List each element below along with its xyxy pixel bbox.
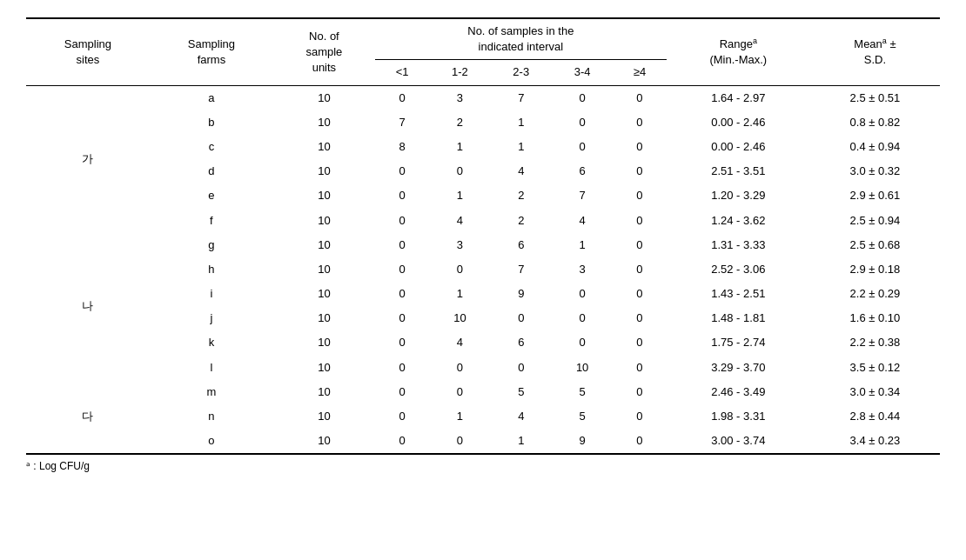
- farm-cell: b: [150, 110, 273, 135]
- farm-cell: o: [150, 429, 273, 454]
- ge4-cell: 0: [613, 282, 666, 306]
- lt1-cell: 7: [375, 110, 429, 135]
- r23-cell: 6: [491, 330, 552, 355]
- mean-cell: 0.4 ± 0.94: [810, 135, 940, 159]
- table-row: f10042401.24 - 3.622.5 ± 0.94: [26, 209, 940, 233]
- mean-cell: 1.6 ± 0.10: [810, 306, 940, 330]
- col-sampling-sites: Samplingsites: [26, 18, 150, 85]
- mean-cell: 2.5 ± 0.94: [810, 209, 940, 233]
- r34-cell: 0: [552, 330, 613, 355]
- farm-cell: i: [150, 282, 273, 306]
- units-cell: 10: [273, 110, 375, 135]
- ge4-cell: 0: [613, 429, 666, 454]
- mean-cell: 2.8 ± 0.44: [810, 404, 940, 429]
- r34-cell: 1: [552, 233, 613, 257]
- units-cell: 10: [273, 159, 375, 183]
- lt1-cell: 0: [375, 380, 429, 404]
- farm-cell: j: [150, 306, 273, 330]
- table-row: i10019001.43 - 2.512.2 ± 0.29: [26, 282, 940, 306]
- r12-cell: 1: [429, 282, 490, 306]
- units-cell: 10: [273, 135, 375, 159]
- ge4-cell: 0: [613, 183, 666, 208]
- table-row: l100001003.29 - 3.703.5 ± 0.12: [26, 356, 940, 380]
- r12-cell: 3: [429, 233, 490, 257]
- table-row: b10721000.00 - 2.460.8 ± 0.82: [26, 110, 940, 135]
- units-cell: 10: [273, 306, 375, 330]
- lt1-cell: 0: [375, 306, 429, 330]
- ge4-cell: 0: [613, 330, 666, 355]
- range-cell: 1.64 - 2.97: [667, 85, 810, 110]
- range-cell: 1.75 - 2.74: [667, 330, 810, 355]
- mean-cell: 2.5 ± 0.68: [810, 233, 940, 257]
- farm-cell: k: [150, 330, 273, 355]
- lt1-cell: 0: [375, 183, 429, 208]
- ge4-cell: 0: [613, 209, 666, 233]
- r34-cell: 4: [552, 209, 613, 233]
- mean-cell: 2.9 ± 0.18: [810, 257, 940, 282]
- range-cell: 1.48 - 1.81: [667, 306, 810, 330]
- lt1-cell: 0: [375, 257, 429, 282]
- table-container: Samplingsites Samplingfarms No. ofsample…: [26, 17, 940, 472]
- lt1-cell: 0: [375, 404, 429, 429]
- range-cell: 1.24 - 3.62: [667, 209, 810, 233]
- r12-cell: 0: [429, 356, 490, 380]
- range-cell: 3.29 - 3.70: [667, 356, 810, 380]
- r34-cell: 0: [552, 135, 613, 159]
- units-cell: 10: [273, 356, 375, 380]
- r23-cell: 6: [491, 233, 552, 257]
- range-cell: 2.52 - 3.06: [667, 257, 810, 282]
- farm-cell: a: [150, 85, 273, 110]
- col-range: Rangea(Min.-Max.): [667, 18, 810, 85]
- units-cell: 10: [273, 404, 375, 429]
- r34-cell: 0: [552, 85, 613, 110]
- range-cell: 1.43 - 2.51: [667, 282, 810, 306]
- table-row: k10046001.75 - 2.742.2 ± 0.38: [26, 330, 940, 355]
- units-cell: 10: [273, 183, 375, 208]
- r12-cell: 4: [429, 330, 490, 355]
- units-cell: 10: [273, 257, 375, 282]
- table-row: c10811000.00 - 2.460.4 ± 0.94: [26, 135, 940, 159]
- ge4-cell: 0: [613, 110, 666, 135]
- lt1-cell: 0: [375, 282, 429, 306]
- lt1-cell: 0: [375, 85, 429, 110]
- units-cell: 10: [273, 380, 375, 404]
- col-ge4: ≥4: [613, 60, 666, 85]
- farm-cell: f: [150, 209, 273, 233]
- r34-cell: 6: [552, 159, 613, 183]
- col-2-3: 2-3: [491, 60, 552, 85]
- r23-cell: 2: [491, 209, 552, 233]
- r12-cell: 10: [429, 306, 490, 330]
- col-no-sample-units: No. ofsampleunits: [273, 18, 375, 85]
- r23-cell: 1: [491, 429, 552, 454]
- table-row: 나g10036101.31 - 3.332.5 ± 0.68: [26, 233, 940, 257]
- site-cell: 다: [26, 380, 150, 455]
- r12-cell: 0: [429, 257, 490, 282]
- ge4-cell: 0: [613, 233, 666, 257]
- units-cell: 10: [273, 330, 375, 355]
- table-row: 다m10005502.46 - 3.493.0 ± 0.34: [26, 380, 940, 404]
- farm-cell: d: [150, 159, 273, 183]
- r34-cell: 3: [552, 257, 613, 282]
- table-row: 가a10037001.64 - 2.972.5 ± 0.51: [26, 85, 940, 110]
- mean-cell: 3.0 ± 0.32: [810, 159, 940, 183]
- r34-cell: 10: [552, 356, 613, 380]
- r12-cell: 3: [429, 85, 490, 110]
- table-row: o10001903.00 - 3.743.4 ± 0.23: [26, 429, 940, 454]
- lt1-cell: 0: [375, 356, 429, 380]
- r23-cell: 4: [491, 159, 552, 183]
- table-row: e10012701.20 - 3.292.9 ± 0.61: [26, 183, 940, 208]
- data-table: Samplingsites Samplingfarms No. ofsample…: [26, 17, 940, 455]
- lt1-cell: 0: [375, 429, 429, 454]
- col-mean: Meana ±S.D.: [810, 18, 940, 85]
- mean-cell: 3.4 ± 0.23: [810, 429, 940, 454]
- range-cell: 3.00 - 3.74: [667, 429, 810, 454]
- col-sampling-farms: Samplingfarms: [150, 18, 273, 85]
- lt1-cell: 0: [375, 233, 429, 257]
- range-cell: 1.98 - 3.31: [667, 404, 810, 429]
- r34-cell: 5: [552, 380, 613, 404]
- ge4-cell: 0: [613, 404, 666, 429]
- r23-cell: 2: [491, 183, 552, 208]
- table-row: d10004602.51 - 3.513.0 ± 0.32: [26, 159, 940, 183]
- r12-cell: 4: [429, 209, 490, 233]
- r23-cell: 4: [491, 404, 552, 429]
